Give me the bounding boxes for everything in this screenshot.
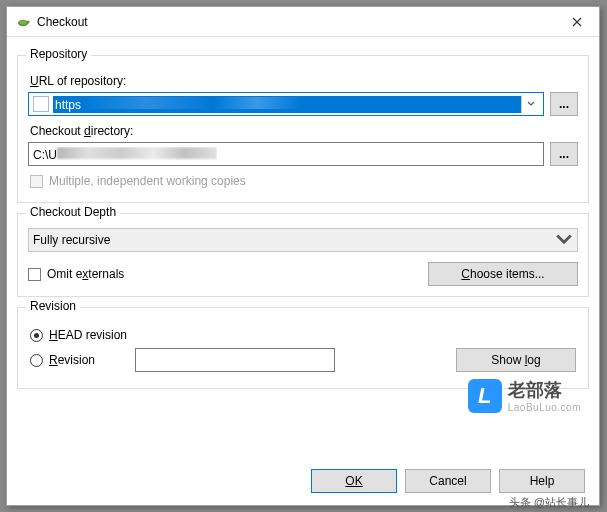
page-icon: [33, 96, 49, 112]
repository-group-label: Repository: [26, 47, 91, 61]
depth-group-label: Checkout Depth: [26, 205, 120, 219]
revision-group-label: Revision: [26, 299, 80, 313]
help-button[interactable]: Help: [499, 469, 585, 493]
url-value: https: [53, 96, 521, 113]
url-browse-button[interactable]: ...: [550, 92, 578, 116]
checkout-depth-group: Checkout Depth Fully recursive Omit exte…: [17, 213, 589, 297]
dialog-footer: OK Cancel Help: [311, 469, 585, 493]
revision-group: Revision HEAD revision Revision Show log: [17, 307, 589, 389]
checkout-dialog: Checkout Repository URL of repository: h…: [6, 6, 600, 506]
depth-value: Fully recursive: [33, 233, 555, 247]
chevron-down-icon: [555, 231, 573, 249]
close-button[interactable]: [554, 7, 599, 37]
url-dropdown-button[interactable]: [521, 95, 539, 113]
url-label: URL of repository:: [30, 74, 578, 88]
chevron-down-icon: [527, 100, 535, 108]
repository-group: Repository URL of repository: https ... …: [17, 55, 589, 203]
ok-button[interactable]: OK: [311, 469, 397, 493]
multiple-copies-label: Multiple, independent working copies: [49, 174, 246, 188]
directory-label: Checkout directory:: [30, 124, 578, 138]
window-title: Checkout: [37, 15, 554, 29]
multiple-copies-checkbox: [30, 175, 43, 188]
revision-label: Revision: [49, 353, 129, 367]
head-revision-radio[interactable]: [30, 329, 43, 342]
titlebar: Checkout: [7, 7, 599, 37]
depth-select[interactable]: Fully recursive: [28, 228, 578, 252]
omit-externals-checkbox[interactable]: [28, 268, 41, 281]
cancel-button[interactable]: Cancel: [405, 469, 491, 493]
url-combobox[interactable]: https: [28, 92, 544, 116]
choose-items-button[interactable]: Choose items...: [428, 262, 578, 286]
directory-value: C:\U: [33, 147, 217, 162]
directory-browse-button[interactable]: ...: [550, 142, 578, 166]
app-icon: [15, 14, 31, 30]
svg-point-1: [26, 20, 29, 23]
depth-dropdown-button[interactable]: [555, 231, 573, 249]
show-log-button[interactable]: Show log: [456, 348, 576, 372]
revision-input[interactable]: [135, 348, 335, 372]
head-revision-label: HEAD revision: [49, 328, 127, 342]
signature-text: 头条 @站长事儿: [509, 495, 589, 510]
svg-point-2: [20, 20, 27, 24]
omit-externals-label: Omit externals: [47, 267, 124, 281]
directory-textbox[interactable]: C:\U: [28, 142, 544, 166]
revision-radio[interactable]: [30, 354, 43, 367]
close-icon: [572, 17, 582, 27]
